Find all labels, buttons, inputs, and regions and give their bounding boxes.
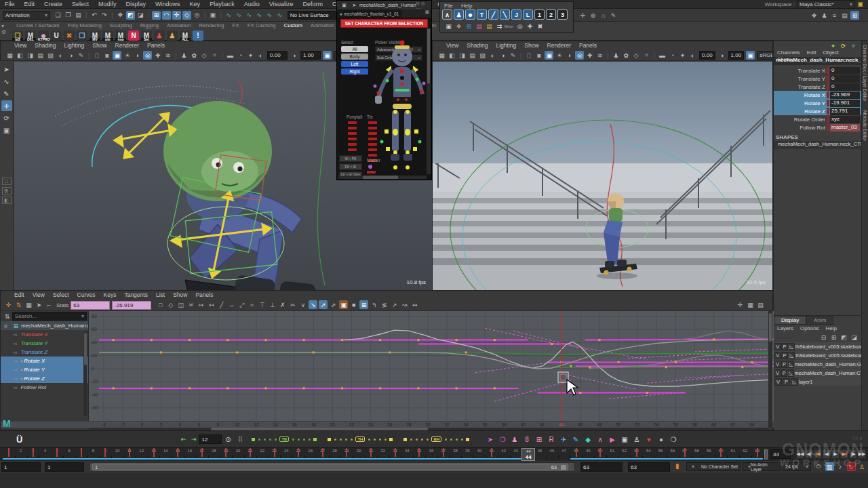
channel-row-rotate-order[interactable]: Rotate Orderxyz	[774, 115, 861, 123]
exposure-field[interactable]: 0.00	[699, 51, 715, 60]
play-end-field[interactable]: 63	[580, 462, 623, 472]
workspace-dropdown[interactable]: Maya Classic*▾	[797, 0, 855, 9]
gamma-field[interactable]: 1.00	[300, 51, 321, 60]
shelf-mv-button[interactable]: MMV	[90, 30, 100, 41]
bookmark-icon[interactable]: ▤	[468, 51, 477, 60]
select-tool[interactable]: ➤	[1, 64, 12, 75]
layer-visible-toggle[interactable]: V	[774, 369, 781, 377]
channel-value[interactable]: master_03	[830, 124, 860, 131]
layer-visible-toggle[interactable]: V	[774, 343, 781, 350]
channel-value[interactable]: -23.969	[830, 92, 860, 99]
group-dot[interactable]	[303, 439, 305, 441]
layer-tab-display[interactable]: Display	[774, 316, 806, 325]
timeline-end-cap[interactable]	[764, 449, 768, 460]
live-surface-field[interactable]: No Live Surface	[288, 11, 340, 20]
ikfk-button-ik-fk[interactable]: IK > FK	[339, 155, 362, 162]
lock-icon[interactable]: ▣	[444, 22, 453, 31]
fog-icon[interactable]: ≋	[163, 51, 172, 60]
mirror-icon[interactable]: ⇉	[495, 22, 504, 31]
graph-channel-translate-z[interactable]: ◅Translate Z	[1, 348, 88, 357]
zoom-tool-icon[interactable]: ❍	[497, 434, 508, 445]
menu-file[interactable]: File	[0, 0, 20, 8]
group-dot[interactable]	[416, 439, 418, 441]
panel-menu-view[interactable]: View	[442, 41, 462, 49]
pre-cycle-icon[interactable]: ≶	[380, 300, 389, 309]
select-hierarchy-icon[interactable]: ❖	[116, 11, 125, 20]
shadows-icon[interactable]: ◗	[133, 51, 142, 60]
frame-all-icon[interactable]: □	[156, 300, 165, 309]
layer-playback-toggle[interactable]: P	[783, 378, 790, 386]
panel-menu-show[interactable]: Show	[88, 41, 111, 49]
channel-menu-object[interactable]: Object	[820, 49, 842, 56]
animbot-grid-icon[interactable]: ⠿	[235, 434, 245, 445]
select-component-icon[interactable]: ◪	[136, 11, 145, 20]
lock-icon[interactable]: ▣	[208, 11, 217, 20]
arc-icon[interactable]: ∧	[595, 434, 606, 445]
xform-icon[interactable]: ⊕	[589, 11, 597, 20]
group-dot[interactable]	[345, 439, 347, 441]
grid-toggle-icon[interactable]: ⌗	[642, 51, 651, 60]
redo-icon[interactable]: ↷	[100, 11, 108, 20]
retime-icon[interactable]: ⌐	[45, 301, 54, 310]
home-icon[interactable]: ⌂	[599, 11, 608, 20]
window-icon[interactable]: ⊞	[465, 22, 473, 31]
shelf-n-button[interactable]: N	[128, 30, 139, 41]
cache-icon[interactable]: ∿	[275, 11, 284, 20]
graph-channel-translate-y[interactable]: ◅Translate Y	[1, 339, 88, 348]
picker-titlebar[interactable]: ▣ ➤ mechaMech_dash_Human N: ◎ ⋯	[337, 1, 431, 9]
shelf-del-button[interactable]: MDEL	[25, 30, 36, 41]
frame-playback-icon[interactable]: ◇	[166, 300, 175, 309]
ponytail-bar[interactable]	[348, 148, 357, 151]
cam-attr-icon[interactable]: ◨	[26, 51, 35, 60]
master-red-bar[interactable]	[367, 171, 376, 174]
two-button[interactable]: 2	[546, 9, 556, 20]
backslash-button[interactable]: ╲	[500, 9, 510, 20]
menu-deform[interactable]: Deform	[298, 0, 328, 8]
panel-menu-renderer[interactable]: Renderer	[111, 41, 143, 49]
panel-menu-show[interactable]: Show	[520, 41, 542, 49]
shelf-tab-custom[interactable]: Custom	[279, 22, 307, 28]
close-icon[interactable]: ✖	[536, 22, 545, 31]
channel-row-rotate-z[interactable]: Rotate Z25.791	[774, 107, 861, 115]
cam-gate-icon[interactable]: ◇	[632, 51, 641, 60]
graph-channel-translate-x[interactable]: ◅Translate X	[1, 330, 88, 339]
grid-toggle-icon[interactable]: ⌗	[210, 51, 219, 60]
current-time-field[interactable]: 44	[770, 449, 791, 459]
dragonfly-icon[interactable]: ✈	[558, 434, 569, 445]
range-end-grip[interactable]	[561, 465, 566, 470]
panel-menu-lighting[interactable]: Lighting	[492, 41, 520, 49]
move-tool[interactable]: ✛	[1, 100, 12, 111]
group-dot[interactable]	[445, 439, 447, 441]
shelf-x-button[interactable]: ✖	[64, 30, 75, 41]
linear-icon[interactable]: ╱	[217, 300, 226, 309]
shelf-tab-poly-modeling[interactable]: Poly Modeling	[64, 22, 106, 28]
mute-icon[interactable]: ◅	[13, 332, 16, 338]
textured-icon[interactable]: ▣	[113, 51, 121, 60]
group-pill[interactable]: TH	[355, 436, 365, 442]
vtab-channel-box-layer-editor[interactable]: Channel Box / Layer Editor	[862, 41, 868, 106]
head-button[interactable]: ☻	[465, 9, 475, 20]
speaker-icon[interactable]: ♪	[836, 462, 845, 471]
graph-menu-view[interactable]: View	[28, 291, 49, 299]
motionblur-icon[interactable]: ✚	[153, 51, 162, 60]
group-dot[interactable]	[374, 439, 376, 441]
keys-yellow-icon[interactable]: ▤	[485, 22, 494, 31]
channel-value[interactable]: xyz	[830, 116, 860, 123]
play-back-button[interactable]: ◀	[823, 449, 831, 459]
view-transform-icon[interactable]: ▣	[323, 51, 332, 60]
group-pill[interactable]: BH	[431, 436, 441, 442]
iso-icon[interactable]: ▣	[339, 300, 348, 309]
layer-row[interactable]: VP◺lhSkateboard_v005:skateboard_geo	[774, 342, 861, 350]
layer-menu-layers[interactable]: Layers	[774, 325, 797, 331]
aa-icon[interactable]: ✦	[678, 51, 687, 60]
cam-attr-icon[interactable]: ◨	[458, 51, 467, 60]
menu-audio[interactable]: Audio	[239, 0, 264, 8]
new-scene-icon[interactable]: ❏	[54, 11, 62, 20]
ghost-icon[interactable]: ♟	[509, 434, 520, 445]
body-button[interactable]: ♟	[454, 9, 464, 20]
rotate-tool[interactable]: ⟳	[1, 113, 12, 123]
joints-xray-icon[interactable]: ✿	[622, 51, 631, 60]
shaded-icon[interactable]: ◙	[534, 51, 543, 60]
gamma-icon[interactable]: ◑	[290, 51, 298, 60]
select-cam-icon[interactable]: ▦	[5, 51, 14, 60]
